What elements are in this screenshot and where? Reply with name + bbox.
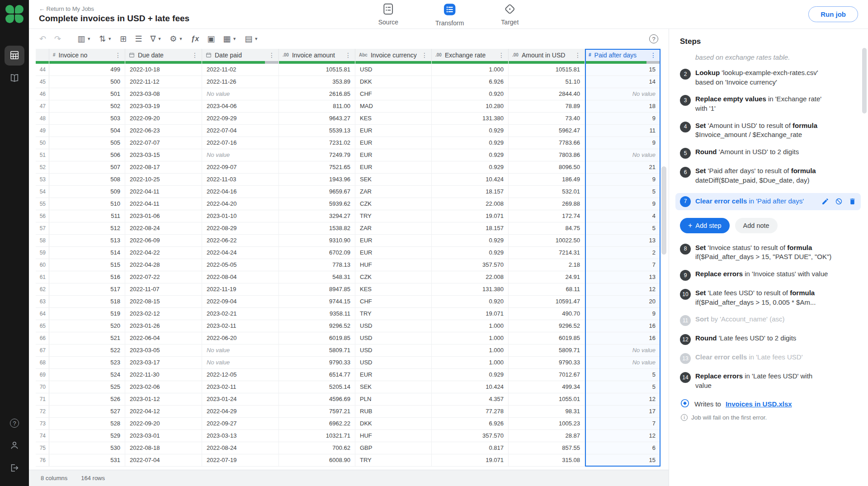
table-cell[interactable]: 506	[49, 149, 125, 161]
table-cell[interactable]: TRY	[355, 308, 432, 320]
table-cell[interactable]: 0.920	[432, 296, 509, 307]
table-cell[interactable]: 73.40	[509, 113, 585, 124]
rows-icon[interactable]: ☰	[131, 33, 146, 45]
table-cell[interactable]: SEK	[355, 174, 432, 185]
table-cell[interactable]: 526	[49, 393, 125, 405]
table-cell[interactable]: 530	[49, 442, 125, 454]
table-cell[interactable]: 315.08	[509, 454, 585, 466]
table-cell[interactable]: ZAR	[355, 222, 432, 234]
table-cell[interactable]: 2022-05-05	[202, 259, 279, 271]
add-note-button[interactable]: Add note	[735, 218, 778, 233]
table-cell[interactable]: 2022-09-27	[202, 418, 279, 429]
table-cell[interactable]: No value	[585, 344, 660, 356]
table-cell[interactable]: 2022-09-04	[202, 296, 279, 307]
table-cell[interactable]: 7012.67	[509, 369, 585, 381]
table-cell[interactable]: 2022-08-15	[125, 296, 202, 307]
table-cell[interactable]: 517	[49, 283, 125, 295]
grid-help-icon[interactable]: ?	[645, 33, 662, 45]
table-cell[interactable]: 3294.27	[279, 210, 355, 222]
table-cell[interactable]: 2023-01-26	[125, 320, 202, 332]
table-cell[interactable]: 2022-07-04	[202, 125, 279, 137]
table-cell[interactable]: 520	[49, 320, 125, 332]
table-cell[interactable]: 811.00	[279, 100, 355, 112]
table-cell[interactable]: 2022-07-19	[202, 454, 279, 466]
table-cell[interactable]: 2022-11-03	[202, 174, 279, 185]
sidebar-item-help[interactable]: ?	[5, 413, 24, 433]
table-cell[interactable]: 0.929	[432, 161, 509, 173]
step-2[interactable]: 2Lookup 'lookup-example-exch-rates.csv'b…	[680, 68, 859, 87]
table-cell[interactable]: EUR	[355, 137, 432, 149]
table-cell[interactable]: 2023-03-13	[202, 430, 279, 442]
table-cell[interactable]: 521	[49, 332, 125, 344]
table-cell[interactable]: No value	[585, 88, 660, 100]
merge-cells-icon[interactable]: ⊞	[116, 33, 131, 45]
table-cell[interactable]: 6.926	[432, 418, 509, 429]
table-cell[interactable]: No value	[202, 88, 279, 100]
table-cell[interactable]: 500	[49, 76, 125, 88]
table-cell[interactable]: 2022-09-20	[125, 113, 202, 124]
table-cell[interactable]: 19.071	[432, 454, 509, 466]
column-header-invoice-amount[interactable]: .00Invoice amount⋮	[279, 49, 355, 61]
table-cell[interactable]: 0.929	[432, 369, 509, 381]
table-cell[interactable]: 18	[585, 100, 660, 112]
tracker-transform[interactable]: Transform	[435, 2, 464, 27]
table-cell[interactable]: No value	[585, 149, 660, 161]
table-cell[interactable]: 529	[49, 430, 125, 442]
table-cell[interactable]: 8096.50	[509, 161, 585, 173]
table-cell[interactable]: 2022-08-29	[202, 222, 279, 234]
table-cell[interactable]: 501	[49, 88, 125, 100]
table-cell[interactable]: RUB	[355, 406, 432, 417]
column-header-exchange-rate[interactable]: .00Exchange rate⋮	[432, 49, 509, 61]
table-cell[interactable]: 2022-08-17	[125, 161, 202, 173]
table-cell[interactable]: 1.000	[432, 64, 509, 75]
table-cell[interactable]: USD	[355, 320, 432, 332]
table-cell[interactable]: 2022-04-12	[125, 406, 202, 417]
step-6[interactable]: 6Set 'Paid after days' to result of form…	[680, 166, 859, 185]
table-cell[interactable]: 2023-01-12	[125, 393, 202, 405]
table-cell[interactable]: 2022-11-19	[202, 283, 279, 295]
table-cell[interactable]: 509	[49, 186, 125, 198]
disable-icon[interactable]	[835, 198, 843, 205]
table-cell[interactable]: 9	[585, 174, 660, 185]
table-cell[interactable]: 15	[585, 454, 660, 466]
table-cell[interactable]: 2616.85	[279, 88, 355, 100]
table-cell[interactable]: 6019.85	[279, 332, 355, 344]
table-cell[interactable]: 2022-04-16	[202, 186, 279, 198]
table-cell[interactable]: 2022-10-25	[125, 174, 202, 185]
table-cell[interactable]: 84.75	[509, 222, 585, 234]
table-cell[interactable]: 28.87	[509, 430, 585, 442]
table-cell[interactable]: 68.11	[509, 283, 585, 295]
column-menu-icon[interactable]: ⋮	[575, 52, 581, 59]
table-cell[interactable]: 5	[585, 222, 660, 234]
step-11[interactable]: 11Sort by 'Account_name' (asc)	[680, 315, 859, 326]
table-cell[interactable]: 7597.21	[279, 406, 355, 417]
table-cell[interactable]: 10515.81	[509, 64, 585, 75]
table-cell[interactable]: CHF	[355, 88, 432, 100]
table-cell[interactable]: 186.49	[509, 174, 585, 185]
table-cell[interactable]: 524	[49, 369, 125, 381]
table-cell[interactable]: 514	[49, 247, 125, 259]
step-13[interactable]: 13Clear error cells in 'Late fees USD'	[680, 353, 859, 364]
table-cell[interactable]: 523	[49, 357, 125, 368]
table-cell[interactable]: 7783.66	[509, 137, 585, 149]
table-cell[interactable]: 5	[585, 381, 660, 393]
table-cell[interactable]: 507	[49, 161, 125, 173]
step-7[interactable]: 7Clear error cells in 'Paid after days'	[675, 193, 861, 210]
column-menu-icon[interactable]: ⋮	[421, 52, 428, 59]
table-cell[interactable]: 2022-08-24	[202, 442, 279, 454]
column-menu-icon[interactable]: ⋮	[498, 52, 505, 59]
table-cell[interactable]: 6019.85	[509, 332, 585, 344]
table-cell[interactable]: 10515.81	[279, 64, 355, 75]
table-cell[interactable]: 778.13	[279, 259, 355, 271]
add-step-button[interactable]: +Add step	[680, 218, 730, 233]
table-cell[interactable]: HUF	[355, 430, 432, 442]
table-cell[interactable]: 2022-04-28	[125, 259, 202, 271]
table-cell[interactable]: 9790.33	[509, 357, 585, 368]
table-cell[interactable]: 1.000	[432, 332, 509, 344]
table-cell[interactable]: 10.424	[432, 174, 509, 185]
table-cell[interactable]: 7803.86	[509, 149, 585, 161]
table-cell[interactable]: USD	[355, 357, 432, 368]
table-cell[interactable]: 2023-03-15	[125, 149, 202, 161]
table-cell[interactable]: 2022-09-20	[125, 418, 202, 429]
table-cell[interactable]: 12	[585, 430, 660, 442]
